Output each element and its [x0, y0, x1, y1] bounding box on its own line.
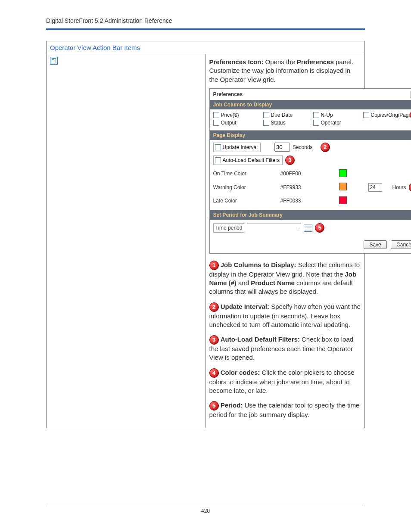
- desc-5-title: Period:: [221, 401, 243, 409]
- action-bar-table: Operator View Action Bar Items Preferenc…: [46, 41, 365, 428]
- checkbox-label: Status: [271, 120, 286, 126]
- time-period-field[interactable]: -: [247, 224, 301, 232]
- section-body-period: Time period - 5: [210, 220, 411, 236]
- callout-5-inline: 5: [209, 401, 219, 411]
- page-number: 420: [46, 508, 365, 514]
- checkbox-label: Due Date: [271, 112, 293, 118]
- preferences-icon: [50, 57, 58, 65]
- checkbox-icon: [363, 112, 369, 118]
- callout-2-inline: 2: [209, 302, 219, 312]
- checkbox-operator[interactable]: Operator: [313, 120, 361, 126]
- descriptions: 1 Job Columns to Display: Select the col…: [209, 261, 361, 420]
- checkbox-output[interactable]: Output: [213, 120, 261, 126]
- checkbox-duedate[interactable]: Due Date: [263, 112, 311, 118]
- header-rule: [46, 28, 365, 30]
- desc-item-4: 4 Color codes: Click the color pickers t…: [209, 368, 361, 395]
- desc-item-5: 5 Period: Use the calendar tool to speci…: [209, 401, 361, 419]
- row-value-warning: #FF9933: [280, 184, 336, 190]
- update-interval-input[interactable]: [274, 143, 290, 152]
- checkbox-icon: [263, 112, 269, 118]
- callout-4-inline: 4: [209, 368, 219, 378]
- update-interval-label: Update Interval: [223, 144, 258, 150]
- warning-hours-input[interactable]: [368, 183, 382, 192]
- swatch-late[interactable]: [339, 196, 347, 204]
- row-value-ontime: #00FF00: [280, 171, 336, 177]
- checkbox-update-interval[interactable]: Update Interval: [213, 143, 261, 152]
- panel-titlebar: Preferences ✕: [210, 89, 411, 100]
- swatch-warning[interactable]: [339, 183, 347, 190]
- section-body-columns: Price($) Due Date N-Up Copies/Orig/Pages…: [210, 109, 411, 131]
- save-button[interactable]: Save: [364, 240, 386, 249]
- callout-3-inline: 3: [209, 335, 219, 345]
- checkbox-status[interactable]: Status: [263, 120, 311, 126]
- checkbox-icon: [215, 157, 221, 163]
- checkbox-nup[interactable]: N-Up: [313, 112, 361, 118]
- panel-title-text: Preferences: [213, 91, 243, 97]
- button-bar: Save Cancel: [210, 236, 411, 253]
- intro-paragraph: Preferences Icon: Opens the Preferences …: [209, 58, 361, 84]
- callout-4: 4: [409, 183, 411, 192]
- color-grid: On Time Color #00FF00 Warning Color #FF9…: [213, 169, 411, 205]
- checkbox-copies[interactable]: Copies/Orig/Pages: [363, 112, 411, 118]
- preferences-panel: Preferences ✕ Job Columns to Display Pri…: [209, 88, 411, 254]
- checkbox-price[interactable]: Price($): [213, 112, 261, 118]
- desc-1-bold-b: Product Name: [251, 279, 295, 286]
- checkbox-icon: [313, 112, 319, 118]
- calendar-icon[interactable]: [304, 224, 312, 232]
- desc-2-title: Update Interval:: [221, 303, 269, 310]
- desc-4-title: Color codes:: [221, 369, 260, 376]
- checkbox-icon: [213, 120, 219, 126]
- section-header-page-display: Page Display: [210, 131, 411, 140]
- callout-1-inline: 1: [209, 261, 219, 270]
- callout-3: 3: [285, 156, 295, 165]
- checkbox-label: Copies/Orig/Pages: [371, 112, 411, 118]
- checkbox-label: Output: [221, 120, 237, 126]
- icon-cell: [47, 54, 206, 428]
- desc-1-title: Job Columns to Display:: [221, 261, 296, 268]
- row-label-warning: Warning Color: [213, 184, 278, 190]
- cancel-button[interactable]: Cancel: [391, 240, 411, 249]
- desc-item-3: 3 Auto-Load Default Filters: Check box t…: [209, 335, 361, 362]
- callout-2: 2: [321, 143, 330, 152]
- footer-rule: [46, 506, 365, 506]
- desc-item-2: 2 Update Interval: Specify how often you…: [209, 302, 361, 330]
- desc-3-title: Auto-Load Default Filters:: [221, 336, 300, 343]
- checkbox-label: Operator: [321, 120, 341, 126]
- checkbox-icon: [313, 120, 319, 126]
- checkbox-icon: [263, 120, 269, 126]
- section-header-columns: Job Columns to Display: [210, 100, 411, 109]
- swatch-ontime[interactable]: [339, 169, 347, 177]
- update-interval-unit: Seconds: [293, 144, 313, 150]
- intro-text-a: Opens the: [263, 58, 297, 65]
- row-label-late: Late Color: [213, 198, 278, 204]
- intro-bold2: Preferences: [297, 58, 334, 65]
- desc-1-mid: and: [237, 279, 251, 286]
- checkbox-icon: [213, 112, 219, 118]
- desc-item-1: 1 Job Columns to Display: Select the col…: [209, 261, 361, 296]
- checkbox-label: N-Up: [321, 112, 333, 118]
- doc-title: Digital StoreFront 5.2 Administration Re…: [46, 17, 365, 27]
- checkbox-label: Price($): [221, 112, 239, 118]
- intro-lead-bold: Preferences Icon:: [209, 58, 264, 65]
- row-label-ontime: On Time Color: [213, 171, 278, 177]
- table-heading: Operator View Action Bar Items: [47, 41, 365, 54]
- warning-hours-unit: Hours: [392, 184, 406, 190]
- checkbox-autoload[interactable]: Auto-Load Default Filters: [213, 156, 283, 165]
- section-header-period: Set Period for Job Summary: [210, 210, 411, 220]
- callout-5: 5: [315, 223, 324, 233]
- detail-cell: Preferences Icon: Opens the Preferences …: [206, 54, 365, 428]
- row-value-late: #FF0033: [280, 198, 336, 204]
- section-body-page-display: Update Interval Seconds 2 Auto-Load Defa…: [210, 140, 411, 210]
- time-period-label: Time period: [213, 223, 245, 233]
- checkbox-icon: [215, 144, 221, 150]
- autoload-label: Auto-Load Default Filters: [223, 157, 280, 163]
